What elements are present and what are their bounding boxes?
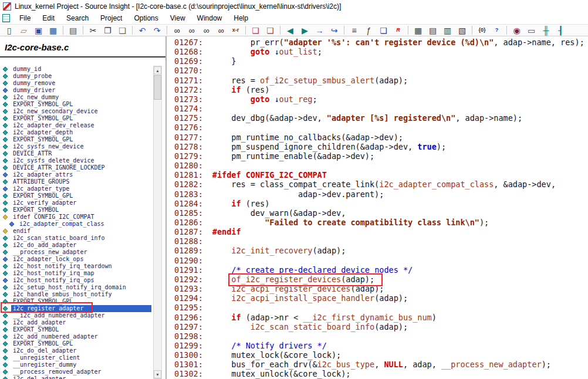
symbol-item[interactable]: __process_removed_adapter [0,368,151,375]
code-line[interactable]: 01298: [174,331,588,341]
code-line[interactable]: 01288: [174,236,588,246]
code-line[interactable]: 01291: /* create pre-declared device nod… [174,265,588,275]
split-window-icon[interactable]: ╫ [539,25,553,36]
code-line[interactable]: 01290: [174,256,588,265]
symbol-item[interactable]: i2c_host_notify_irq_ops [0,277,151,284]
symbol-browser-icon[interactable]: ❏ [377,25,390,36]
macro-icon[interactable]: {0} [475,25,489,36]
menu-file[interactable]: File [13,13,36,23]
code-line[interactable]: 01285: dev_warn(&adap->dev, [174,208,588,218]
symbol-item[interactable]: __unregister_dummy [0,361,151,368]
search-files-icon[interactable]: ∞ [185,25,198,36]
symbol-item[interactable]: i2c_host_notify_irq_teardown [0,263,151,270]
symbol-item[interactable]: i2c_do_del_adapter [0,347,151,354]
redo-icon[interactable]: ↷ [150,25,164,36]
code-line[interactable]: 01268: goto ↓out_list; [174,47,588,56]
file-list-icon[interactable]: ▤ [426,25,440,36]
symbol-item[interactable]: i2c_del_adapter [0,375,151,379]
copy-icon[interactable]: ❐ [101,25,114,36]
code-line[interactable]: 01299: /* Notify drivers */ [174,341,588,350]
code-line[interactable]: 01293: i2c_acpi_register_devices(adap); [174,284,588,293]
symbol-item[interactable]: EXPORT_SYMBOL_GPL [0,115,151,122]
browse-symbols-icon[interactable]: ƒ [362,25,376,36]
title-bar[interactable]: Linux_kernel Project - Source Insight - … [0,0,588,12]
symbol-item[interactable]: __process_new_adapter [0,249,151,256]
code-line[interactable]: 01284: if (res) [174,199,588,208]
symbol-item[interactable]: dummy_id [0,66,151,73]
symbol-item[interactable]: i2c_adapter_depth [0,129,151,136]
symbol-item[interactable]: i2c_handle_smbus_host_notify [0,291,151,298]
symbol-item[interactable]: __i2c_add_numbered_adapter [0,312,151,319]
scrollbar-thumb[interactable] [154,75,161,100]
symbol-item[interactable]: i2c_host_notify_irq_map [0,270,151,277]
code-line[interactable]: 01276: [174,123,588,132]
symbol-item[interactable]: i2c_adapter_dev_release [0,122,151,129]
code-line[interactable]: 01300: mutex_lock(&core_lock); [174,350,588,360]
search-project-icon[interactable]: ∞ [200,25,213,36]
code-line[interactable]: 01295: [174,303,588,312]
code-line[interactable]: 01270: [174,66,588,75]
symbol-item[interactable]: DEVICE_ATTR_IGNORE_LOCKDEP [0,164,151,171]
symbol-item[interactable]: i2c_add_adapter [0,319,151,326]
code-line[interactable]: 01286: "Failed to create compatibility c… [174,218,588,227]
code-line[interactable]: 01273: goto ↓out_reg; [174,94,588,104]
code-line[interactable]: 01279: pm_runtime_enable(&adap->dev); [174,151,588,161]
document-icon[interactable] [2,14,10,22]
symbol-scrollbar[interactable]: ▲ ▼ [153,66,162,379]
menu-edit[interactable]: Edit [36,13,60,23]
symbol-item[interactable]: EXPORT_SYMBOL [0,207,151,214]
code-line[interactable]: 01292: of_i2c_register_devices(adap); [174,275,588,284]
symbol-item[interactable]: i2c_add_numbered_adapter [0,333,151,340]
symbol-item[interactable]: ifdef CONFIG_I2C_COMPAT [0,214,151,221]
eye-icon[interactable]: ◉ [510,25,523,36]
symbol-item[interactable]: EXPORT_SYMBOL [0,326,151,333]
code-line[interactable]: 01297: i2c_scan_static_board_info(adap); [174,322,588,331]
code-line[interactable]: 01271: res = of_i2c_setup_smbus_alert(ad… [174,76,588,85]
cut-icon[interactable]: ✂ [86,25,100,36]
print-icon[interactable]: ▤ [66,25,80,36]
browse-files-icon[interactable]: ≡ [347,25,361,36]
symbol-item[interactable]: i2c_adapter_type [0,185,151,192]
code-line[interactable]: 01281:#ifdef CONFIG_I2C_COMPAT [174,170,588,180]
symbol-item[interactable]: i2c_verify_adapter [0,199,151,207]
code-line[interactable]: 01274: [174,104,588,113]
bookmark-icon[interactable]: ❏ [249,25,262,36]
code-line[interactable]: 01269: } [174,56,588,66]
symbol-item[interactable]: i2c_adapter_compat_class [0,221,151,228]
code-line[interactable]: 01289: i2c_init_recovery(adap); [174,246,588,255]
symbol-item[interactable]: EXPORT_SYMBOL_GPL [0,136,151,143]
draft-view-icon[interactable]: ▭ [525,25,538,36]
symbol-item[interactable]: dummy_probe [0,73,151,80]
clip-window-icon[interactable]: ▧ [455,25,469,36]
symbol-item[interactable]: EXPORT_SYMBOL_GPL [0,340,151,347]
symbol-item[interactable]: DEVICE_ATTR [0,150,151,157]
undo-icon[interactable]: ↶ [136,25,149,36]
symbol-item[interactable]: ATTRIBUTE_GROUPS [0,178,151,185]
setup-icon[interactable]: ┨ [554,25,567,36]
open-file-icon[interactable]: ▱ [17,25,31,36]
code-line[interactable]: 01301: bus_for_each_drv(&i2c_bus_type, N… [174,360,588,369]
window-list-icon[interactable]: ▥ [441,25,454,36]
menu-project[interactable]: Project [94,13,128,23]
jump-caller-icon[interactable]: ↪ [327,25,341,36]
menu-view[interactable]: View [164,13,191,23]
symbol-item[interactable]: EXPORT_SYMBOL_GPL [0,192,151,199]
code-line[interactable]: 01275: dev_dbg(&adap->dev, "adapter [%s]… [174,113,588,123]
symbol-item[interactable]: i2c_new_dummy [0,94,151,101]
symbol-item[interactable]: i2c_sysfs_delete_device [0,157,151,164]
code-line[interactable]: 01272: if (res) [174,85,588,94]
project-window-icon[interactable]: ▦ [411,25,425,36]
search-icon[interactable]: ∞ [170,25,184,36]
relation-window-icon[interactable]: R [391,25,405,36]
code-line[interactable]: 01283: adap->dev.parent); [174,190,588,199]
symbol-item[interactable]: i2c_sysfs_new_device [0,143,151,150]
symbol-item[interactable]: dummy_driver [0,87,151,94]
jump-definition-icon[interactable]: → [313,25,326,36]
code-line[interactable]: 01280: [174,161,588,170]
symbol-item[interactable]: i2c_scan_static_board_info [0,235,151,242]
context-help-icon[interactable]: ? [490,25,503,36]
symbol-item[interactable]: __unregister_client [0,354,151,361]
symbol-item[interactable]: endif [0,228,151,235]
symbol-item[interactable]: i2c_adapter_lock_ops [0,256,151,263]
scroll-up-icon[interactable]: ▲ [154,66,161,75]
